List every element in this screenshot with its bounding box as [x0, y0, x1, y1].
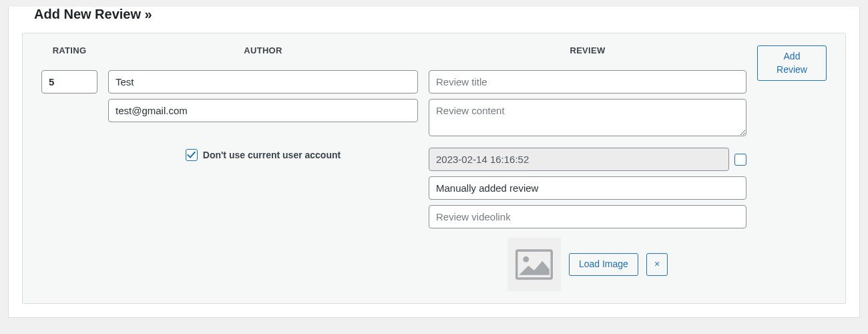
review-source-input[interactable] — [429, 176, 746, 200]
review-videolink-input[interactable] — [429, 205, 746, 228]
author-email-input[interactable] — [108, 99, 418, 122]
review-date-input — [429, 148, 729, 171]
add-review-button[interactable]: Add Review — [757, 45, 827, 81]
review-header: REVIEW — [429, 45, 746, 55]
image-thumbnail-placeholder — [507, 238, 561, 291]
review-title-input[interactable] — [429, 70, 746, 94]
author-header: AUTHOR — [108, 45, 418, 55]
rating-header: RATING — [41, 45, 97, 55]
svg-point-1 — [523, 257, 529, 263]
placeholder-image-icon — [515, 248, 553, 281]
panel-title: Add New Review » — [34, 7, 846, 22]
review-date-enable-checkbox[interactable] — [734, 154, 746, 166]
author-name-input[interactable] — [108, 70, 418, 94]
add-review-form: RATING AUTHOR Don't use current user acc… — [22, 33, 846, 304]
dont-use-account-checkbox[interactable] — [186, 149, 198, 161]
load-image-button[interactable]: Load Image — [569, 253, 638, 276]
dont-use-account-label: Don't use current user account — [203, 150, 341, 160]
rating-input[interactable] — [41, 70, 97, 94]
review-content-textarea[interactable] — [429, 99, 746, 136]
clear-image-button[interactable]: × — [646, 253, 668, 276]
